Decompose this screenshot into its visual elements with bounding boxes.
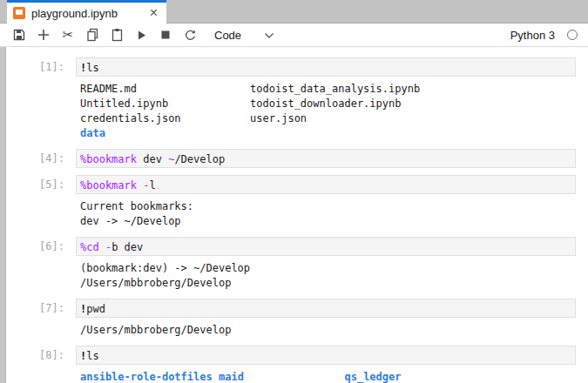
code-token: README.md todoist_data_analysis.ipynb [80, 83, 420, 95]
code-token: l [150, 179, 156, 192]
code-token [99, 241, 105, 253]
cell-code-editor[interactable]: %cd -b dev [76, 237, 576, 256]
cell-code-editor[interactable]: %bookmark dev ~/Develop [76, 149, 576, 168]
notebook-cells: [1]:!lsREADME.md todoist_data_analysis.i… [0, 47, 588, 383]
output-line: Untitled.ipynb todoist_downloader.ipynb [80, 97, 576, 111]
output-line: Current bookmarks: [80, 199, 576, 214]
run-cell-icon[interactable] [129, 24, 153, 45]
code-token: Current bookmarks: [80, 200, 193, 212]
cell-code-editor[interactable]: %bookmark -l [76, 175, 576, 194]
notebook-cell: [4]:%bookmark dev ~/Develop [7, 149, 576, 168]
code-token: pwd [86, 303, 105, 315]
cell-code: %bookmark dev ~/Develop [77, 150, 575, 166]
cell-code: !ls [77, 346, 575, 363]
code-token: (bookmark:dev) -> ~/Develop [80, 262, 250, 274]
add-cell-icon[interactable] [31, 24, 56, 45]
code-token: credentials.json user.json [80, 112, 307, 124]
code-token: %cd [80, 241, 99, 253]
cell-input-area: [4]:%bookmark dev ~/Develop [7, 149, 576, 168]
cell-input-area: [1]:!ls [7, 57, 576, 77]
cut-cells-icon[interactable]: ✂ [56, 24, 80, 45]
cell-input-area: [5]:%bookmark -l [7, 175, 576, 194]
directory-name: data [80, 127, 105, 139]
kernel-name[interactable]: Python 3 [510, 29, 555, 42]
cell-input-area: [7]:!pwd [7, 299, 576, 318]
cell-code: !pwd [77, 299, 575, 316]
notebook-cell: [6]:%cd -b dev(bookmark:dev) -> ~/Develo… [7, 237, 576, 292]
code-token: ls [86, 350, 98, 362]
left-sidebar-edge [0, 47, 6, 383]
notebook-toolbar: ✂ Code Python 3 [0, 24, 588, 47]
cell-code-editor[interactable]: !pwd [76, 299, 576, 318]
cell-input-area: [6]:%cd -b dev [7, 237, 576, 256]
output-line: data [80, 126, 576, 141]
tab-title: playground.ipynb [31, 7, 148, 20]
save-icon[interactable] [7, 24, 31, 45]
directory-name: maid [219, 371, 244, 383]
cell-execution-prompt: [4]: [7, 149, 76, 168]
copy-cells-icon[interactable] [80, 24, 105, 45]
code-token: Untitled.ipynb todoist_downloader.ipynb [80, 97, 401, 110]
notebook-cell: [5]:%bookmark -lCurrent bookmarks:dev ->… [7, 175, 576, 230]
output-line: dev -> ~/Develop [80, 214, 576, 229]
cell-output-area: Current bookmarks:dev -> ~/Develop [76, 194, 576, 230]
cell-type-label: Code [214, 29, 241, 42]
cell-execution-prompt: [8]: [7, 346, 76, 365]
output-line: ansible-role-dotfiles maid qs_ledger [80, 370, 576, 383]
code-token: /Users/mbbroberg/Develop [80, 324, 231, 336]
tab-bar: playground.ipynb × [0, 0, 588, 24]
close-icon[interactable]: × [148, 7, 159, 19]
cell-execution-prompt: [6]: [7, 237, 76, 256]
output-line: /Users/mbbroberg/Develop [80, 323, 576, 338]
cell-type-chevron-icon [264, 27, 274, 43]
code-token: dev -> ~/Develop [80, 215, 181, 227]
cell-input-area: [8]:!ls [7, 346, 576, 365]
cell-code-editor[interactable]: !ls [76, 346, 576, 365]
cell-code: !ls [77, 58, 575, 75]
output-line: /Users/mbbroberg/Develop [80, 276, 576, 291]
cell-execution-prompt: [7]: [7, 299, 76, 318]
directory-name: qs_ledger [344, 371, 401, 383]
output-line: README.md todoist_data_analysis.ipynb [80, 82, 576, 97]
code-token: /Develop [174, 153, 225, 165]
code-token: %bookmark [80, 179, 137, 192]
restart-kernel-icon[interactable] [178, 24, 202, 45]
notebook-cell: [1]:!lsREADME.md todoist_data_analysis.i… [7, 57, 576, 142]
code-token: - [143, 179, 149, 192]
interrupt-kernel-icon[interactable] [153, 24, 178, 45]
cell-type-dropdown[interactable]: Code [214, 27, 274, 43]
cell-output-area: README.md todoist_data_analysis.ipynbUnt… [76, 77, 576, 142]
code-token: %bookmark [80, 153, 137, 165]
cell-code-editor[interactable]: !ls [76, 57, 576, 77]
notebook-panel: [1]:!lsREADME.md todoist_data_analysis.i… [0, 47, 588, 383]
code-token: /Users/mbbroberg/Develop [80, 277, 231, 289]
notebook-file-icon [13, 7, 25, 19]
kernel-status-icon[interactable] [567, 30, 578, 40]
code-token [244, 371, 345, 383]
output-line: (bookmark:dev) -> ~/Develop [80, 261, 576, 276]
cell-execution-prompt: [1]: [7, 57, 76, 77]
directory-name: ansible-role-dotfiles [80, 371, 213, 383]
output-line: credentials.json user.json [80, 111, 576, 126]
cell-execution-prompt: [5]: [7, 175, 76, 194]
code-token [213, 371, 219, 383]
cell-output-area: (bookmark:dev) -> ~/Develop/Users/mbbrob… [76, 256, 576, 292]
code-token: b dev [112, 241, 143, 253]
cell-code: %cd -b dev [77, 238, 575, 254]
cell-code: %bookmark -l [77, 176, 575, 192]
cell-output-area: /Users/mbbroberg/Develop [76, 318, 576, 339]
notebook-cell: [8]:!lsansible-role-dotfiles maid qs_led… [7, 346, 576, 383]
code-token: ls [86, 62, 98, 74]
notebook-cell: [7]:!pwd/Users/mbbroberg/Develop [7, 299, 576, 339]
code-token: dev [137, 153, 168, 165]
paste-cells-icon[interactable] [105, 24, 129, 45]
tab-playground-ipynb[interactable]: playground.ipynb × [7, 0, 166, 24]
cell-output-area: ansible-role-dotfiles maid qs_ledger [76, 365, 576, 383]
